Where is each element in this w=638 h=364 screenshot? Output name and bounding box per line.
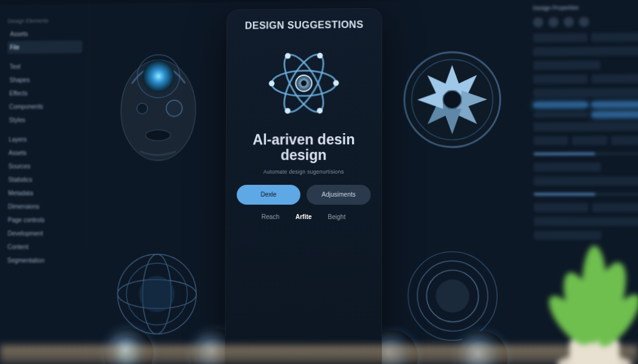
inspector-field[interactable] <box>533 32 638 42</box>
sidebar-item[interactable]: Assets <box>7 27 82 40</box>
modal-subtitle: Automate design sugenurtisions <box>264 169 344 175</box>
inspector-slider[interactable] <box>533 152 638 155</box>
right-inspector: Design Properties <box>525 0 638 364</box>
glow-bar[interactable] <box>591 112 638 118</box>
sidebar-item[interactable]: Components <box>7 100 82 113</box>
sidebar-item[interactable]: Content <box>5 240 80 253</box>
app-screen: File Edit View Insert Window Help Design… <box>0 0 638 364</box>
sidebar-item[interactable]: Segmentation <box>5 254 80 267</box>
color-swatch[interactable] <box>533 17 543 27</box>
sidebar-item[interactable]: Sources <box>6 160 82 173</box>
sidebar-item[interactable]: Layers <box>6 133 81 146</box>
inspector-field[interactable] <box>533 88 638 97</box>
sidebar-item[interactable]: Page controls <box>6 213 81 226</box>
inspector-field[interactable] <box>534 162 601 171</box>
svg-point-5 <box>146 130 171 141</box>
inspector-field[interactable] <box>533 122 638 131</box>
svg-point-25 <box>269 81 274 86</box>
sidebar-item[interactable]: Assets <box>6 146 82 159</box>
sidebar-item[interactable]: Styles <box>6 113 81 126</box>
sidebar-item[interactable]: Dimensions <box>6 200 81 213</box>
svg-point-27 <box>285 53 290 58</box>
svg-point-28 <box>285 108 290 114</box>
sidebar-item[interactable]: Text <box>7 60 82 73</box>
left-sidebar: Design Elements Assets File Text Shapes … <box>0 0 89 364</box>
inspector-field[interactable] <box>534 203 638 212</box>
glow-bar[interactable] <box>533 102 588 108</box>
desk-surface <box>0 345 638 364</box>
inspector-title: Design Properties <box>533 4 638 11</box>
svg-point-13 <box>139 276 175 312</box>
svg-point-8 <box>443 91 462 109</box>
atom-icon <box>264 43 344 124</box>
glow-bar[interactable] <box>533 112 588 117</box>
sidebar-group-title: Design Elements <box>7 17 82 24</box>
inspector-slider[interactable] <box>534 193 638 195</box>
sidebar-item[interactable]: Statistics <box>6 173 81 186</box>
sidebar-item[interactable]: Shapes <box>7 73 82 86</box>
sidebar-item[interactable]: Metadata <box>6 187 81 200</box>
modal-tab-active[interactable]: Arfite <box>295 213 312 220</box>
inspector-field[interactable] <box>533 74 638 83</box>
inspector-field[interactable] <box>534 231 601 240</box>
svg-point-3 <box>166 100 183 116</box>
adjustments-button[interactable]: Adjusiments <box>307 185 371 205</box>
color-swatch[interactable] <box>548 17 558 27</box>
primary-action-button[interactable]: Dexle <box>237 185 300 205</box>
inspector-field[interactable] <box>533 136 638 146</box>
glow-bar-row <box>533 102 638 108</box>
canvas: Design Suggestions <box>85 0 526 364</box>
svg-point-23 <box>301 80 307 86</box>
svg-point-17 <box>436 279 469 313</box>
svg-point-26 <box>317 108 323 113</box>
sidebar-item[interactable]: Effects <box>7 86 82 100</box>
sidebar-item-active[interactable]: File <box>7 40 82 54</box>
modal-tab-row: Reach Arfite Beight <box>262 213 346 220</box>
inspector-field[interactable] <box>533 60 601 70</box>
inspector-field[interactable] <box>534 177 638 185</box>
glow-bar[interactable] <box>591 102 638 108</box>
monitor-frame: File Edit View Insert Window Help Design… <box>0 0 638 364</box>
asset-robot-head[interactable] <box>91 11 226 192</box>
color-swatch[interactable] <box>579 17 589 27</box>
asset-turbine-dial[interactable] <box>383 7 521 192</box>
svg-point-4 <box>137 103 148 114</box>
modal-header: Design Suggestions <box>245 19 363 32</box>
swatch-row <box>533 16 638 27</box>
modal-tab[interactable]: Reach <box>262 213 280 220</box>
modal-tab[interactable]: Beight <box>328 213 345 220</box>
modal-title: Al-ariven desin design <box>237 132 371 164</box>
inspector-field[interactable] <box>534 217 638 226</box>
color-swatch[interactable] <box>564 17 574 27</box>
sidebar-item[interactable]: Development <box>5 227 80 240</box>
glow-bar-row <box>533 112 638 118</box>
inspector-field[interactable] <box>533 47 638 57</box>
svg-point-24 <box>333 80 339 86</box>
design-suggestions-modal: Design Suggestions <box>224 8 382 364</box>
